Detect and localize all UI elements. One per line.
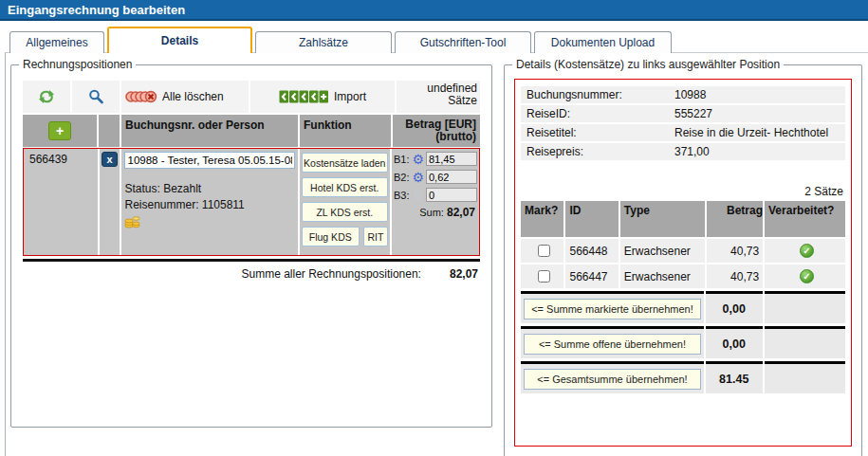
refresh-button[interactable]	[23, 81, 70, 113]
betrag-cell: B1: ⚙ B2: ⚙ B3: ⚙ Sum: 82,07	[392, 149, 479, 255]
mark-checkbox[interactable]	[538, 270, 550, 283]
import-icon	[279, 90, 329, 103]
import-label: Import	[334, 90, 366, 103]
b2-label: B2:	[394, 172, 410, 183]
kostensaetze-table-header: Mark? ID Type Betrag Verarbeitet?	[521, 201, 845, 237]
kostensatz-id: 566448	[565, 239, 618, 263]
tab-content-panel: Rechnungspositionen	[5, 52, 868, 456]
booking-person-input[interactable]	[124, 152, 294, 169]
b3-label: B3:	[394, 190, 410, 201]
reiseid-value: 555227	[674, 107, 712, 120]
summary-row-gesamtsumme: <= Gesamtsumme übernehmen! 81.45	[521, 361, 845, 393]
flug-kds-button[interactable]: Flug KDS	[302, 227, 360, 246]
add-position-cell: +	[23, 115, 97, 147]
details-legend: Details (Kostensätze) zu links ausgewähl…	[512, 58, 784, 71]
b1-label: B1:	[394, 154, 410, 165]
tab-allgemeines[interactable]: Allgemeines	[9, 31, 104, 53]
b2-gear-icon[interactable]: ⚙	[412, 171, 424, 184]
b1-amount-input[interactable]	[426, 152, 477, 166]
kostensatz-type: Erwachsener	[620, 264, 705, 288]
tab-strip: Allgemeines Details Zahlsätze Gutschrift…	[9, 27, 672, 53]
gesamtsumme-value: 81.45	[706, 361, 763, 393]
position-row: 566439 x Status: Bezahlt Reisenummer: 11…	[23, 148, 480, 256]
reisetitel-value: Reise in die Urzeit- Hechthotel	[674, 126, 828, 139]
saetze-count-right: 2 Sätze	[521, 185, 845, 198]
verarbeitet-column-header: Verarbeitet?	[765, 201, 845, 237]
betrag-column-header-right: Betrag	[707, 201, 763, 237]
info-row-reisetitel: Reisetitel: Reise in die Urzeit- Hechtho…	[521, 124, 845, 141]
summe-offene-value: 0,00	[706, 326, 763, 358]
summe-offene-button[interactable]: <= Summe offene übernehmen!	[524, 334, 701, 355]
positions-total-value: 82,07	[450, 267, 478, 281]
search-button[interactable]	[72, 81, 120, 113]
window-title: Eingangsrechnung bearbeiten	[8, 3, 185, 17]
saetze-count: undefined Sätze	[418, 82, 477, 107]
verarbeitet-check-icon: ✓	[800, 269, 814, 283]
id-column-header: ID	[565, 201, 618, 237]
row-sum-value: 82,07	[447, 206, 475, 219]
kostensatz-betrag: 40,73	[707, 239, 763, 263]
buchungsnummer-value: 10988	[674, 88, 706, 101]
b3-gear-icon[interactable]: ⚙	[412, 189, 424, 202]
saetze-count-cell: undefined Sätze	[397, 81, 480, 113]
details-kostensaetze-panel: Details (Kostensätze) zu links ausgewähl…	[504, 64, 862, 456]
summary-row-markierte: <= Summe markierte übernehmen! 0,00	[521, 291, 845, 323]
window-title-bar: Eingangsrechnung bearbeiten	[0, 0, 868, 21]
import-button[interactable]: Import	[250, 81, 395, 113]
summary-row-offene: <= Summe offene übernehmen! 0,00	[521, 326, 845, 358]
delete-all-icon	[125, 89, 157, 104]
status-text: Status: Bezahlt	[124, 182, 294, 195]
search-icon	[88, 89, 103, 104]
info-row-reiseid: ReiseID: 555227	[521, 105, 845, 122]
rit-button[interactable]: RIT	[363, 227, 388, 246]
person-column-header: Buchungsnr. oder Person	[121, 115, 298, 147]
tab-details[interactable]: Details	[107, 27, 252, 53]
betrag-column-header: Betrag [EUR] (brutto)	[393, 115, 480, 147]
funktion-cell: Kostensätze laden Hotel KDS erst. ZL KDS…	[300, 149, 391, 255]
reisenummer-text: Reisenummer: 1105811	[124, 198, 294, 211]
summe-markierte-value: 0,00	[706, 291, 763, 323]
delete-all-button[interactable]: Alle löschen	[121, 81, 249, 113]
reisepreis-value: 371,00	[674, 145, 710, 158]
hotel-kds-button[interactable]: Hotel KDS erst.	[302, 177, 389, 197]
delete-all-label: Alle löschen	[162, 90, 224, 103]
tab-dokumenten-upload[interactable]: Dokumenten Upload	[534, 31, 672, 53]
positions-total-label: Summe aller Rechnungspositionen:	[242, 267, 421, 281]
tab-zahlsaetze[interactable]: Zahlsätze	[255, 31, 392, 53]
zl-kds-button[interactable]: ZL KDS erst.	[302, 202, 389, 222]
type-column-header: Type	[620, 201, 705, 237]
b3-amount-input[interactable]	[426, 188, 477, 202]
person-cell: Status: Bezahlt Reisenummer: 1105811	[121, 149, 297, 255]
rechnungspositionen-panel: Rechnungspositionen	[10, 64, 492, 428]
positions-toolbar: Alle löschen	[23, 81, 480, 113]
b1-gear-icon[interactable]: ⚙	[412, 153, 424, 166]
kostensaetze-laden-button[interactable]: Kostensätze laden	[302, 153, 389, 173]
mark-column-header: Mark?	[521, 201, 563, 237]
rechnungspositionen-legend: Rechnungspositionen	[19, 58, 136, 71]
info-row-reisepreis: Reisepreis: 371,00	[521, 143, 845, 160]
verarbeitet-check-icon: ✓	[800, 244, 814, 258]
b2-amount-input[interactable]	[426, 170, 477, 184]
refresh-icon	[38, 89, 55, 104]
summe-markierte-button[interactable]: <= Summe markierte übernehmen!	[524, 299, 701, 319]
remove-position-button[interactable]: x	[102, 152, 118, 167]
mark-checkbox[interactable]	[538, 245, 550, 257]
position-id: 566439	[24, 149, 98, 255]
info-row-buchungsnummer: Buchungsnummer: 10988	[521, 86, 845, 103]
remove-position-cell: x	[100, 149, 120, 255]
funktion-column-header: Funktion	[300, 115, 391, 147]
gesamtsumme-button[interactable]: <= Gesamtsumme übernehmen!	[524, 369, 701, 390]
table-end-divider	[23, 259, 480, 262]
kostensatz-row: 566448 Erwachsener 40,73 ✓	[521, 239, 845, 263]
tab-gutschriften-tool[interactable]: Gutschriften-Tool	[395, 31, 531, 53]
positions-table-header: + Buchungsnr. oder Person Funktion Betra…	[23, 115, 480, 147]
kostensatz-row: 566447 Erwachsener 40,73 ✓	[521, 264, 845, 288]
remove-column-header	[99, 115, 120, 147]
add-position-button[interactable]: +	[48, 121, 71, 140]
row-sum: Sum: 82,07	[394, 206, 477, 219]
kostensaetze-box: Buchungsnummer: 10988 ReiseID: 555227 Re…	[514, 79, 852, 447]
kostensatz-betrag: 40,73	[707, 264, 763, 288]
coins-icon[interactable]	[124, 214, 294, 231]
kostensatz-id: 566447	[565, 264, 618, 288]
positions-total-row: Summe aller Rechnungspositionen: 82,07	[23, 267, 480, 281]
